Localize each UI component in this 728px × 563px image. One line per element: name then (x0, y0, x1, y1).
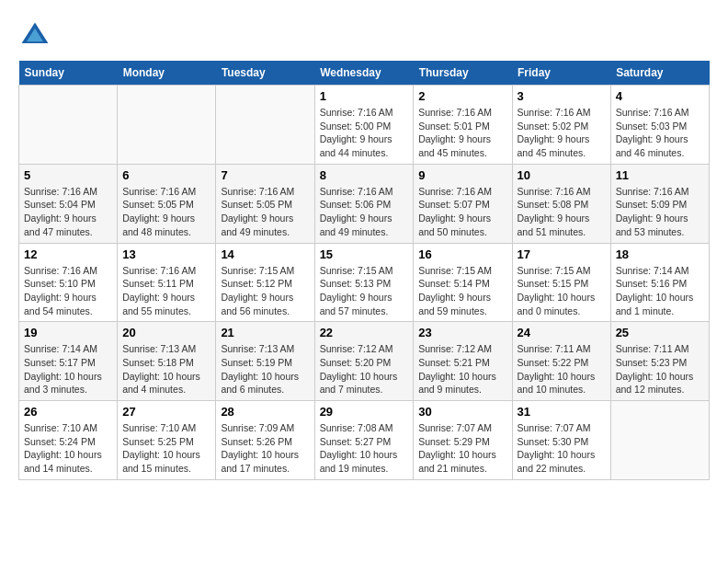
calendar-cell: 27Sunrise: 7:10 AM Sunset: 5:25 PM Dayli… (118, 401, 216, 480)
day-info: Sunrise: 7:14 AM Sunset: 5:17 PM Dayligh… (24, 342, 112, 396)
calendar-cell: 31Sunrise: 7:07 AM Sunset: 5:30 PM Dayli… (512, 401, 610, 480)
day-number: 31 (518, 405, 606, 419)
calendar-cell: 4Sunrise: 7:16 AM Sunset: 5:03 PM Daylig… (610, 86, 709, 165)
calendar-cell: 23Sunrise: 7:12 AM Sunset: 5:21 PM Dayli… (414, 322, 512, 401)
calendar-cell: 10Sunrise: 7:16 AM Sunset: 5:08 PM Dayli… (512, 164, 610, 243)
day-number: 23 (418, 326, 506, 339)
calendar-cell: 30Sunrise: 7:07 AM Sunset: 5:29 PM Dayli… (414, 401, 512, 480)
day-info: Sunrise: 7:10 AM Sunset: 5:24 PM Dayligh… (24, 421, 112, 476)
calendar-header-sunday: Sunday (19, 61, 118, 86)
day-info: Sunrise: 7:12 AM Sunset: 5:21 PM Dayligh… (418, 342, 506, 396)
logo (18, 18, 55, 52)
calendar-cell: 9Sunrise: 7:16 AM Sunset: 5:07 PM Daylig… (414, 164, 512, 243)
day-number: 25 (616, 326, 704, 339)
day-info: Sunrise: 7:15 AM Sunset: 5:15 PM Dayligh… (518, 264, 606, 318)
calendar-week-row: 12Sunrise: 7:16 AM Sunset: 5:10 PM Dayli… (19, 243, 710, 322)
calendar-week-row: 1Sunrise: 7:16 AM Sunset: 5:00 PM Daylig… (19, 86, 710, 165)
calendar-cell: 14Sunrise: 7:15 AM Sunset: 5:12 PM Dayli… (216, 243, 314, 322)
day-number: 15 (320, 247, 409, 261)
day-number: 26 (24, 405, 112, 419)
day-number: 22 (320, 326, 409, 339)
day-info: Sunrise: 7:16 AM Sunset: 5:05 PM Dayligh… (221, 185, 309, 239)
day-number: 30 (418, 405, 506, 419)
day-info: Sunrise: 7:16 AM Sunset: 5:10 PM Dayligh… (24, 264, 112, 318)
day-number: 17 (518, 247, 606, 261)
day-number: 16 (418, 247, 506, 261)
day-number: 12 (24, 247, 112, 261)
calendar-cell: 28Sunrise: 7:09 AM Sunset: 5:26 PM Dayli… (216, 401, 314, 480)
day-number: 21 (221, 326, 309, 339)
calendar-header-tuesday: Tuesday (216, 61, 314, 86)
day-info: Sunrise: 7:11 AM Sunset: 5:23 PM Dayligh… (616, 342, 704, 396)
day-info: Sunrise: 7:16 AM Sunset: 5:11 PM Dayligh… (122, 264, 210, 318)
calendar-cell: 1Sunrise: 7:16 AM Sunset: 5:00 PM Daylig… (314, 86, 414, 165)
calendar-header-thursday: Thursday (414, 61, 512, 86)
day-number: 7 (221, 168, 309, 182)
calendar-header-monday: Monday (118, 61, 216, 86)
calendar-cell: 8Sunrise: 7:16 AM Sunset: 5:06 PM Daylig… (314, 164, 414, 243)
day-number: 4 (616, 89, 704, 103)
day-info: Sunrise: 7:16 AM Sunset: 5:06 PM Dayligh… (320, 185, 409, 239)
day-info: Sunrise: 7:15 AM Sunset: 5:12 PM Dayligh… (221, 264, 309, 318)
calendar-header-wednesday: Wednesday (314, 61, 414, 86)
day-info: Sunrise: 7:16 AM Sunset: 5:07 PM Dayligh… (418, 185, 506, 239)
calendar-cell: 18Sunrise: 7:14 AM Sunset: 5:16 PM Dayli… (610, 243, 709, 322)
day-info: Sunrise: 7:15 AM Sunset: 5:13 PM Dayligh… (320, 264, 409, 318)
calendar-cell: 24Sunrise: 7:11 AM Sunset: 5:22 PM Dayli… (512, 322, 610, 401)
calendar-cell: 19Sunrise: 7:14 AM Sunset: 5:17 PM Dayli… (19, 322, 118, 401)
calendar-cell: 11Sunrise: 7:16 AM Sunset: 5:09 PM Dayli… (610, 164, 709, 243)
day-number: 28 (221, 405, 309, 419)
calendar-cell: 22Sunrise: 7:12 AM Sunset: 5:20 PM Dayli… (314, 322, 414, 401)
day-number: 3 (518, 89, 606, 103)
calendar-table: SundayMondayTuesdayWednesdayThursdayFrid… (18, 61, 710, 480)
day-number: 13 (122, 247, 210, 261)
day-info: Sunrise: 7:16 AM Sunset: 5:01 PM Dayligh… (418, 106, 506, 160)
day-number: 18 (616, 247, 704, 261)
day-info: Sunrise: 7:13 AM Sunset: 5:18 PM Dayligh… (122, 342, 210, 396)
calendar-cell: 13Sunrise: 7:16 AM Sunset: 5:11 PM Dayli… (118, 243, 216, 322)
calendar-cell: 5Sunrise: 7:16 AM Sunset: 5:04 PM Daylig… (19, 164, 118, 243)
calendar-cell: 3Sunrise: 7:16 AM Sunset: 5:02 PM Daylig… (512, 86, 610, 165)
day-number: 1 (320, 89, 409, 103)
day-info: Sunrise: 7:15 AM Sunset: 5:14 PM Dayligh… (418, 264, 506, 318)
day-number: 2 (418, 89, 506, 103)
day-number: 27 (122, 405, 210, 419)
calendar-cell: 21Sunrise: 7:13 AM Sunset: 5:19 PM Dayli… (216, 322, 314, 401)
day-number: 10 (518, 168, 606, 182)
day-info: Sunrise: 7:10 AM Sunset: 5:25 PM Dayligh… (122, 421, 210, 476)
calendar-cell: 12Sunrise: 7:16 AM Sunset: 5:10 PM Dayli… (19, 243, 118, 322)
calendar-cell: 15Sunrise: 7:15 AM Sunset: 5:13 PM Dayli… (314, 243, 414, 322)
day-number: 20 (122, 326, 210, 339)
calendar-header-row: SundayMondayTuesdayWednesdayThursdayFrid… (19, 61, 710, 86)
calendar-cell: 2Sunrise: 7:16 AM Sunset: 5:01 PM Daylig… (414, 86, 512, 165)
day-number: 5 (24, 168, 112, 182)
day-number: 9 (418, 168, 506, 182)
calendar-week-row: 26Sunrise: 7:10 AM Sunset: 5:24 PM Dayli… (19, 401, 710, 480)
calendar-cell: 6Sunrise: 7:16 AM Sunset: 5:05 PM Daylig… (118, 164, 216, 243)
day-info: Sunrise: 7:09 AM Sunset: 5:26 PM Dayligh… (221, 421, 309, 476)
calendar-cell: 26Sunrise: 7:10 AM Sunset: 5:24 PM Dayli… (19, 401, 118, 480)
day-number: 29 (320, 405, 409, 419)
day-number: 19 (24, 326, 112, 339)
day-number: 11 (616, 168, 704, 182)
calendar-cell (118, 86, 216, 165)
day-info: Sunrise: 7:11 AM Sunset: 5:22 PM Dayligh… (518, 342, 606, 396)
logo-icon (18, 18, 51, 52)
day-info: Sunrise: 7:13 AM Sunset: 5:19 PM Dayligh… (221, 342, 309, 396)
calendar-cell (19, 86, 118, 165)
day-number: 6 (122, 168, 210, 182)
calendar-cell (610, 401, 709, 480)
calendar-cell (216, 86, 314, 165)
day-number: 24 (518, 326, 606, 339)
day-info: Sunrise: 7:16 AM Sunset: 5:00 PM Dayligh… (320, 106, 409, 160)
calendar-cell: 17Sunrise: 7:15 AM Sunset: 5:15 PM Dayli… (512, 243, 610, 322)
calendar-header-friday: Friday (512, 61, 610, 86)
calendar-cell: 16Sunrise: 7:15 AM Sunset: 5:14 PM Dayli… (414, 243, 512, 322)
calendar-header-saturday: Saturday (610, 61, 709, 86)
day-info: Sunrise: 7:14 AM Sunset: 5:16 PM Dayligh… (616, 264, 704, 318)
day-info: Sunrise: 7:16 AM Sunset: 5:02 PM Dayligh… (518, 106, 606, 160)
calendar-cell: 29Sunrise: 7:08 AM Sunset: 5:27 PM Dayli… (314, 401, 414, 480)
day-info: Sunrise: 7:12 AM Sunset: 5:20 PM Dayligh… (320, 342, 409, 396)
calendar-cell: 20Sunrise: 7:13 AM Sunset: 5:18 PM Dayli… (118, 322, 216, 401)
day-info: Sunrise: 7:16 AM Sunset: 5:04 PM Dayligh… (24, 185, 112, 239)
